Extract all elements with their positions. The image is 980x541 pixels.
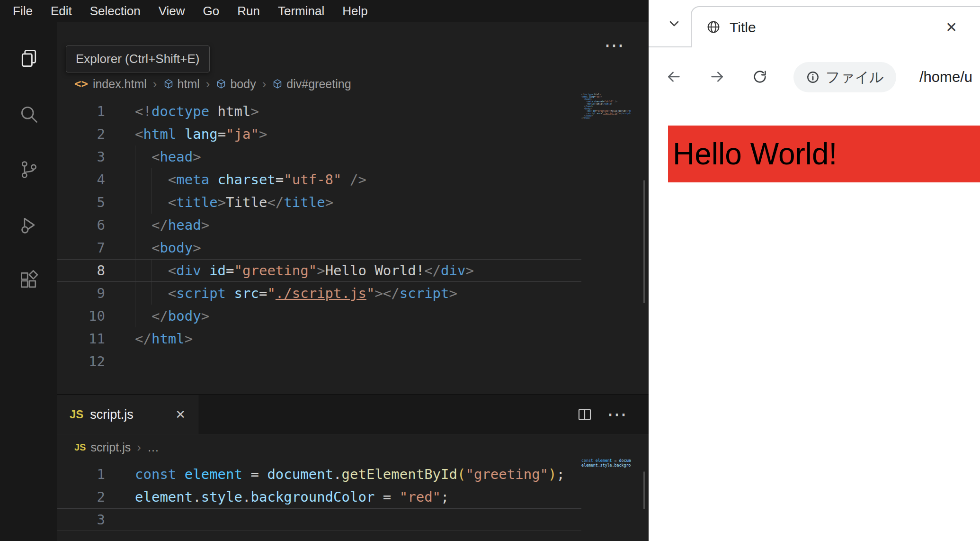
line-number: 5 <box>57 191 105 214</box>
breadcrumb-item[interactable]: JSscript.js <box>74 441 131 454</box>
html-code-editor[interactable]: 1<!doctype html>2<html lang="ja">3 <head… <box>57 100 581 373</box>
js-icon: JS <box>70 408 83 421</box>
breadcrumb-item[interactable]: html <box>163 77 200 91</box>
site-info-label: ファイル <box>826 68 884 87</box>
breadcrumb-item[interactable]: body <box>216 77 256 91</box>
code-line-1[interactable]: 1const element = document.getElementById… <box>57 463 581 486</box>
tab-label: script.js <box>90 407 134 422</box>
info-icon <box>806 70 820 84</box>
scrollbar[interactable] <box>643 180 645 303</box>
close-tab-icon[interactable]: ✕ <box>175 407 186 422</box>
menu-edit[interactable]: Edit <box>42 4 81 18</box>
breadcrumb-item[interactable]: … <box>147 441 159 454</box>
code-line-8[interactable]: 8 <div id="greeting">Hello World!</div> <box>57 259 581 282</box>
scrollbar[interactable] <box>643 471 645 509</box>
breadcrumb-item[interactable]: div#greeting <box>272 77 351 91</box>
source-control-icon[interactable] <box>0 142 57 197</box>
html-file-icon: <> <box>74 77 88 90</box>
back-icon[interactable] <box>666 69 682 85</box>
code-line-3[interactable]: 3 <box>57 508 581 531</box>
extensions-icon[interactable] <box>0 252 57 308</box>
js-code-editor[interactable]: 1const element = document.getElementById… <box>57 463 581 531</box>
browser-tab[interactable]: Title ✕ <box>691 6 980 47</box>
line-number: 2 <box>57 123 105 145</box>
greeting-div: Hello World! <box>668 126 980 182</box>
breadcrumb-label: div#greeting <box>286 77 351 91</box>
breadcrumb-label: body <box>230 77 256 91</box>
code-line-9[interactable]: 9 <script src="./script.js"></script> <box>57 282 581 305</box>
minimap-content: const element = document.getElementById(… <box>581 458 631 468</box>
code-line-5[interactable]: 5 <title>Title</title> <box>57 191 581 214</box>
browser-viewport: Hello World! <box>649 107 980 541</box>
screen: FileEditSelectionViewGoRunTerminalHelp E… <box>0 0 980 541</box>
menu-terminal[interactable]: Terminal <box>269 4 333 18</box>
code-line-1[interactable]: 1<!doctype html> <box>57 100 581 123</box>
code-line-2[interactable]: 2element.style.backgroundColor = "red"; <box>57 486 581 508</box>
code-line-12[interactable]: 12 <box>57 350 581 373</box>
activity-bar <box>0 22 57 541</box>
line-number: 11 <box>57 327 105 350</box>
code-line-6[interactable]: 6 </head> <box>57 214 581 236</box>
breadcrumb-label: index.html <box>93 77 147 91</box>
browser-window: Title ✕ ファイル /home/u Hel <box>649 0 980 541</box>
address-url[interactable]: /home/u <box>919 47 972 107</box>
line-number: 3 <box>57 508 105 531</box>
breadcrumb: JSscript.js›… <box>74 438 159 457</box>
reload-icon[interactable] <box>752 69 768 85</box>
breadcrumb-item[interactable]: <>index.html <box>74 77 147 91</box>
explorer-tooltip: Explorer (Ctrl+Shift+E) <box>66 45 210 72</box>
menu-run[interactable]: Run <box>228 4 269 18</box>
code-line-2[interactable]: 2<html lang="ja"> <box>57 123 581 145</box>
tab-bar-actions: ⋯ <box>577 395 649 434</box>
menu-help[interactable]: Help <box>333 4 376 18</box>
breadcrumb-separator-icon: › <box>153 77 157 91</box>
vscode-window: FileEditSelectionViewGoRunTerminalHelp E… <box>0 0 649 541</box>
line-number: 7 <box>57 236 105 259</box>
line-number: 6 <box>57 214 105 236</box>
code-line-4[interactable]: 4 <meta charset="utf-8" /> <box>57 168 581 191</box>
line-number: 12 <box>57 350 105 373</box>
minimap[interactable]: const element = document.getElementById(… <box>581 458 631 480</box>
breadcrumb-label: html <box>178 77 200 91</box>
breadcrumb-separator-icon: › <box>262 77 267 91</box>
menu-go[interactable]: Go <box>194 4 229 18</box>
code-line-10[interactable]: 10 </body> <box>57 305 581 327</box>
editor-area: ⋯ <>index.html›html›body›div#greeting 1<… <box>57 22 649 541</box>
code-line-7[interactable]: 7 <body> <box>57 236 581 259</box>
tab-bar: JS script.js ✕ ⋯ <box>57 395 649 434</box>
tab-script-js[interactable]: JS script.js ✕ <box>57 395 198 434</box>
menu-bar: FileEditSelectionViewGoRunTerminalHelp <box>0 0 649 22</box>
line-number: 8 <box>57 259 105 282</box>
explorer-icon[interactable] <box>0 31 57 86</box>
breadcrumb-label: script.js <box>90 441 131 454</box>
line-number: 10 <box>57 305 105 327</box>
more-actions-icon[interactable]: ⋯ <box>607 405 627 424</box>
minimap-content: <!doctype html><html lang="ja"> <head> <… <box>581 93 631 119</box>
breadcrumb-label: … <box>147 441 159 454</box>
line-number: 2 <box>57 486 105 508</box>
menu-view[interactable]: View <box>150 4 194 18</box>
code-line-11[interactable]: 11</html> <box>57 327 581 350</box>
menu-selection[interactable]: Selection <box>81 4 150 18</box>
menu-file[interactable]: File <box>4 4 42 18</box>
editor-more-actions-icon[interactable]: ⋯ <box>604 36 624 55</box>
split-editor-icon[interactable] <box>577 406 593 423</box>
chevron-down-icon[interactable] <box>667 16 682 33</box>
run-and-debug-icon[interactable] <box>0 197 57 252</box>
breadcrumb-separator-icon: › <box>137 440 141 455</box>
site-info-chip[interactable]: ファイル <box>793 62 896 92</box>
symbol-cube-icon <box>272 79 283 89</box>
breadcrumb: <>index.html›html›body›div#greeting <box>74 72 351 95</box>
globe-icon <box>706 19 721 36</box>
browser-tab-strip: Title ✕ <box>649 0 980 47</box>
forward-icon[interactable] <box>709 69 725 85</box>
browser-tab-title: Title <box>730 7 756 47</box>
browser-toolbar: ファイル /home/u <box>649 47 980 107</box>
close-tab-icon[interactable]: ✕ <box>945 7 957 47</box>
line-number: 3 <box>57 145 105 168</box>
line-number: 1 <box>57 463 105 486</box>
search-icon[interactable] <box>0 86 57 142</box>
minimap[interactable]: <!doctype html><html lang="ja"> <head> <… <box>581 93 631 137</box>
code-line-3[interactable]: 3 <head> <box>57 145 581 168</box>
line-number: 9 <box>57 282 105 305</box>
